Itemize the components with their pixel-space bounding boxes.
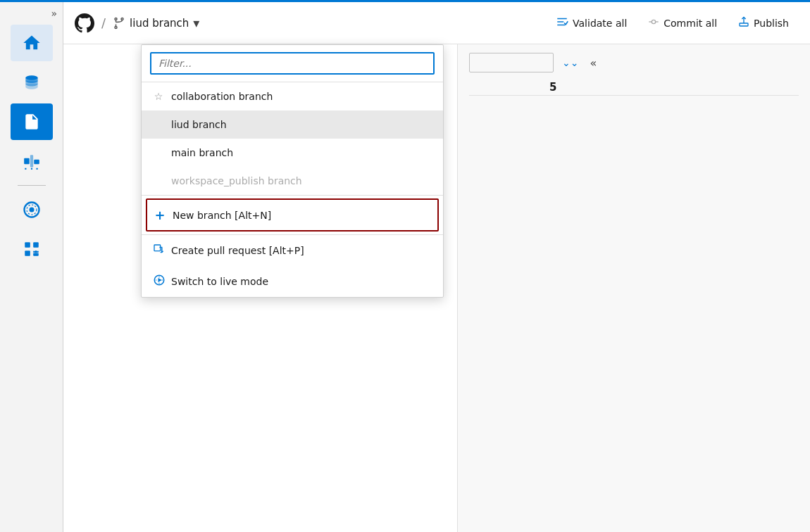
tools-icon bbox=[23, 240, 41, 258]
svg-rect-26 bbox=[154, 245, 161, 251]
publish-label: Publish bbox=[754, 18, 789, 29]
panel-search-box[interactable] bbox=[469, 53, 554, 72]
panel-number: 5 bbox=[549, 81, 556, 94]
github-icon bbox=[75, 13, 94, 33]
branch-item-label: collaboration branch bbox=[171, 91, 273, 102]
dropdown-filter-section bbox=[142, 45, 443, 82]
branch-item-icon bbox=[153, 147, 164, 158]
commit-all-label: Commit all bbox=[663, 18, 717, 29]
svg-rect-12 bbox=[25, 242, 30, 248]
left-panel: ☆ collaboration branch liud branch main … bbox=[63, 44, 458, 532]
right-panel: ⌄⌄ « 5 bbox=[458, 44, 810, 532]
switch-live-label: Switch to live mode bbox=[171, 276, 268, 287]
branch-chevron-icon: ▾ bbox=[193, 15, 199, 30]
dropdown-divider-1 bbox=[142, 195, 443, 196]
branch-selector[interactable]: liud branch ▾ bbox=[113, 15, 199, 30]
branch-item-icon bbox=[153, 175, 164, 186]
toolbar: / liud branch ▾ bbox=[63, 2, 810, 44]
svg-point-10 bbox=[29, 208, 34, 213]
action-list: + New branch [Alt+N] bbox=[142, 198, 443, 232]
svg-rect-3 bbox=[24, 158, 30, 165]
svg-rect-4 bbox=[30, 155, 32, 167]
branch-item-workspace-publish[interactable]: workspace_publish branch bbox=[142, 167, 443, 195]
branch-item-label: workspace_publish branch bbox=[171, 175, 302, 186]
toolbar-brand: / liud branch ▾ bbox=[75, 13, 199, 33]
branch-list: ☆ collaboration branch liud branch main … bbox=[142, 82, 443, 195]
collapse-left-icon[interactable]: « bbox=[587, 55, 599, 71]
toolbar-separator: / bbox=[101, 15, 106, 30]
collapse-down-icon[interactable]: ⌄⌄ bbox=[559, 56, 581, 70]
validate-icon bbox=[556, 15, 568, 31]
publish-icon bbox=[738, 16, 749, 30]
sidebar-divider bbox=[18, 185, 46, 186]
app-container: » bbox=[0, 2, 810, 532]
branch-item-collaboration[interactable]: ☆ collaboration branch bbox=[142, 82, 443, 110]
pull-request-item[interactable]: Create pull request [Alt+P] bbox=[142, 235, 443, 265]
svg-rect-14 bbox=[25, 251, 30, 256]
database-icon bbox=[23, 73, 41, 91]
sidebar-item-monitor[interactable] bbox=[11, 191, 53, 228]
branch-item-label: liud branch bbox=[171, 119, 227, 130]
branch-item-liud[interactable]: liud branch bbox=[142, 110, 443, 139]
sidebar-item-home[interactable] bbox=[11, 25, 53, 61]
plus-icon: + bbox=[154, 208, 166, 222]
validate-all-button[interactable]: Validate all bbox=[546, 11, 637, 35]
validate-all-label: Validate all bbox=[573, 18, 627, 29]
pull-request-label: Create pull request [Alt+P] bbox=[171, 245, 304, 256]
branch-dropdown: ☆ collaboration branch liud branch main … bbox=[141, 44, 444, 298]
commit-icon bbox=[648, 16, 659, 30]
panel-controls: ⌄⌄ « bbox=[469, 53, 599, 72]
branch-icon bbox=[113, 17, 125, 30]
commit-all-button[interactable]: Commit all bbox=[638, 12, 727, 34]
expand-icon: » bbox=[51, 8, 57, 19]
home-icon bbox=[22, 33, 42, 53]
pull-request-icon bbox=[153, 243, 164, 257]
publish-button[interactable]: Publish bbox=[728, 12, 799, 34]
branch-item-main[interactable]: main branch bbox=[142, 139, 443, 167]
switch-live-item[interactable]: Switch to live mode bbox=[142, 265, 443, 297]
sidebar-item-documents[interactable] bbox=[11, 103, 53, 140]
star-icon: ☆ bbox=[153, 91, 164, 102]
documents-icon bbox=[23, 113, 41, 131]
toolbar-actions: Validate all Commit all bbox=[546, 11, 799, 35]
sidebar-item-tools[interactable] bbox=[11, 231, 53, 267]
extra-action-list: Create pull request [Alt+P] bbox=[142, 235, 443, 297]
content-area: ☆ collaboration branch liud branch main … bbox=[63, 44, 810, 532]
new-branch-label: New branch [Alt+N] bbox=[173, 210, 271, 221]
svg-point-21 bbox=[652, 20, 656, 23]
branch-item-icon bbox=[153, 119, 164, 130]
svg-marker-29 bbox=[158, 278, 162, 282]
svg-rect-5 bbox=[34, 160, 39, 165]
live-mode-icon bbox=[153, 274, 164, 289]
svg-rect-13 bbox=[33, 242, 39, 248]
pipeline-icon bbox=[23, 152, 41, 170]
svg-rect-25 bbox=[740, 23, 748, 26]
sidebar-item-database[interactable] bbox=[11, 64, 53, 101]
svg-rect-15 bbox=[33, 253, 39, 255]
new-branch-item[interactable]: + New branch [Alt+N] bbox=[146, 198, 439, 232]
sidebar-expand-button[interactable]: » bbox=[0, 8, 63, 19]
main-content: / liud branch ▾ bbox=[63, 2, 810, 532]
sidebar: » bbox=[0, 2, 63, 532]
panel-divider bbox=[469, 95, 799, 96]
monitor-icon bbox=[22, 200, 42, 220]
sidebar-item-pipeline[interactable] bbox=[11, 143, 53, 179]
branch-item-label: main branch bbox=[171, 147, 233, 158]
filter-input[interactable] bbox=[150, 52, 435, 75]
branch-name-label: liud branch bbox=[130, 17, 189, 30]
